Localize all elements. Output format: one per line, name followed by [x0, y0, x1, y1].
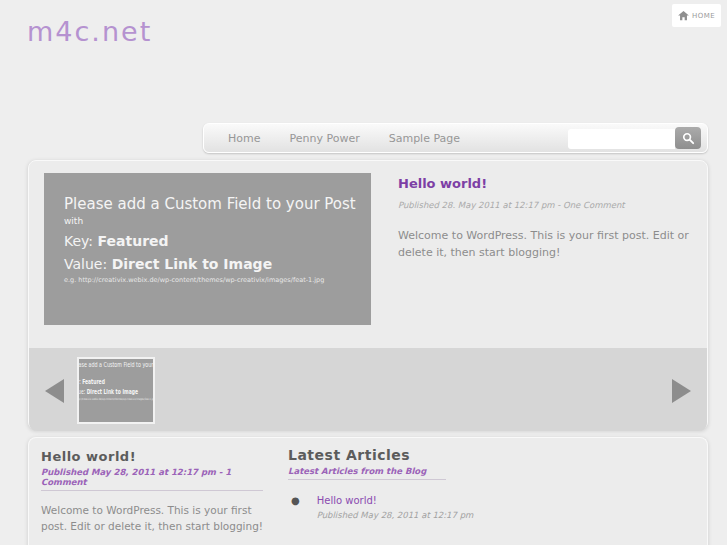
featured-value-line: Value: Direct Link to Image — [64, 256, 351, 272]
latest-articles-column: Latest Articles Latest Articles from the… — [288, 447, 498, 520]
featured-example-url: e.g. http://creativix.webix.de/wp-conten… — [64, 276, 351, 284]
featured-post-body: Welcome to WordPress. This is your first… — [398, 227, 698, 261]
divider — [41, 490, 263, 491]
bullet-icon: ● — [291, 495, 300, 520]
carousel-next-arrow-icon[interactable] — [672, 379, 691, 403]
nav-item-sample-page[interactable]: Sample Page — [389, 132, 460, 145]
divider — [288, 479, 446, 480]
bottom-post-body: Welcome to WordPress. This is your first… — [41, 502, 269, 535]
home-button-label: HOME — [692, 12, 715, 20]
latest-articles-title: Latest Articles — [288, 447, 498, 463]
bottom-panel: Hello world! Published May 28, 2011 at 1… — [28, 437, 708, 545]
latest-article-meta: Published May 28, 2011 at 12:17 pm — [317, 510, 474, 520]
featured-image[interactable]: Please add a Custom Field to your Post w… — [44, 173, 371, 325]
list-item: ● Hello world! Published May 28, 2011 at… — [288, 495, 498, 520]
slider-carousel: Please add a Custom Field to your Post w… — [29, 348, 707, 431]
featured-post-meta: Published 28. May 2011 at 12:17 pm - One… — [398, 200, 698, 210]
nav-item-home[interactable]: Home — [228, 132, 260, 145]
main-navigation: Home Penny Power Sample Page — [203, 123, 708, 153]
site-logo[interactable]: m4c.net — [27, 16, 152, 47]
latest-article-link[interactable]: Hello world! — [317, 495, 474, 506]
bottom-post-title[interactable]: Hello world! — [41, 449, 269, 464]
featured-line2: with — [64, 216, 351, 226]
home-button[interactable]: HOME — [672, 4, 721, 27]
featured-post-title[interactable]: Hello world! — [398, 176, 698, 191]
bottom-post-column: Hello world! Published May 28, 2011 at 1… — [41, 449, 269, 535]
bottom-post-meta: Published May 28, 2011 at 12:17 pm - 1 C… — [41, 467, 269, 487]
carousel-thumbnail-content: Please add a Custom Field to your Post w… — [77, 357, 155, 419]
search-box — [568, 127, 701, 149]
featured-panel: Please add a Custom Field to your Post w… — [28, 160, 708, 430]
featured-post: Hello world! Published 28. May 2011 at 1… — [398, 176, 698, 261]
search-button[interactable] — [675, 127, 701, 149]
featured-key-line: Key: Featured — [64, 233, 351, 249]
search-icon — [682, 132, 695, 145]
latest-articles-subtitle: Latest Articles from the Blog — [288, 466, 498, 476]
featured-line1: Please add a Custom Field to your Post — [64, 195, 351, 213]
carousel-prev-arrow-icon[interactable] — [45, 379, 64, 403]
home-icon — [678, 11, 689, 21]
nav-item-penny-power[interactable]: Penny Power — [289, 132, 359, 145]
carousel-thumbnail[interactable]: Please add a Custom Field to your Post w… — [77, 357, 155, 424]
search-input[interactable] — [568, 129, 675, 149]
